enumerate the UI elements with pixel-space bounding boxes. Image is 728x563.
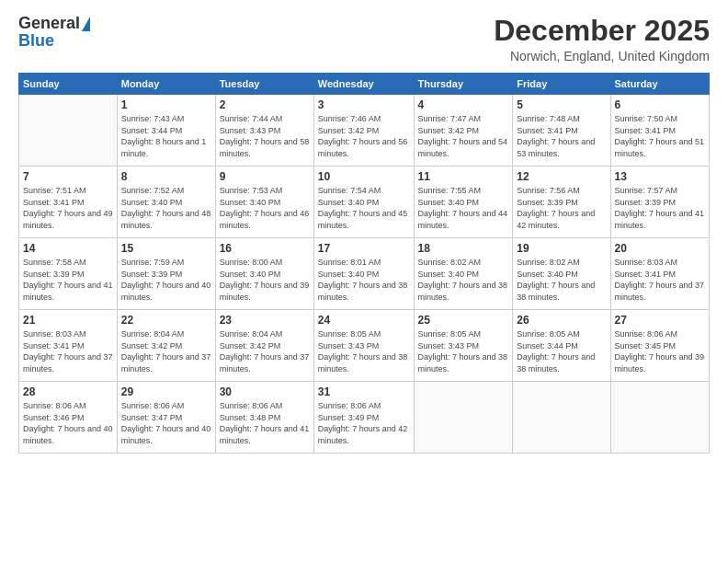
day-cell: 18Sunrise: 8:02 AMSunset: 3:40 PMDayligh… bbox=[414, 238, 513, 310]
day-header-friday: Friday bbox=[513, 74, 610, 95]
day-cell: 26Sunrise: 8:05 AMSunset: 3:44 PMDayligh… bbox=[513, 310, 610, 382]
day-detail: Sunrise: 8:03 AMSunset: 3:41 PMDaylight:… bbox=[23, 328, 113, 374]
week-row-3: 14Sunrise: 7:58 AMSunset: 3:39 PMDayligh… bbox=[19, 238, 710, 310]
day-cell: 22Sunrise: 8:04 AMSunset: 3:42 PMDayligh… bbox=[117, 310, 215, 382]
day-cell: 29Sunrise: 8:06 AMSunset: 3:47 PMDayligh… bbox=[117, 382, 215, 454]
day-header-sunday: Sunday bbox=[19, 74, 118, 95]
day-cell: 2Sunrise: 7:44 AMSunset: 3:43 PMDaylight… bbox=[215, 95, 313, 167]
day-number: 27 bbox=[615, 314, 705, 327]
day-number: 23 bbox=[220, 314, 310, 327]
day-number: 29 bbox=[121, 385, 211, 398]
day-detail: Sunrise: 8:06 AMSunset: 3:45 PMDaylight:… bbox=[615, 328, 705, 374]
day-cell: 8Sunrise: 7:52 AMSunset: 3:40 PMDaylight… bbox=[117, 167, 215, 238]
day-detail: Sunrise: 7:59 AMSunset: 3:39 PMDaylight:… bbox=[121, 257, 211, 303]
day-cell: 6Sunrise: 7:50 AMSunset: 3:41 PMDaylight… bbox=[610, 95, 709, 167]
week-row-5: 28Sunrise: 8:06 AMSunset: 3:46 PMDayligh… bbox=[19, 382, 710, 454]
day-number: 8 bbox=[121, 170, 211, 183]
day-cell: 19Sunrise: 8:02 AMSunset: 3:40 PMDayligh… bbox=[513, 238, 610, 310]
day-cell: 30Sunrise: 8:06 AMSunset: 3:48 PMDayligh… bbox=[215, 382, 313, 454]
day-detail: Sunrise: 7:46 AMSunset: 3:42 PMDaylight:… bbox=[318, 113, 410, 159]
day-detail: Sunrise: 8:04 AMSunset: 3:42 PMDaylight:… bbox=[121, 328, 211, 374]
day-number: 12 bbox=[517, 170, 606, 183]
day-cell: 24Sunrise: 8:05 AMSunset: 3:43 PMDayligh… bbox=[313, 310, 414, 382]
day-number: 13 bbox=[615, 170, 705, 183]
day-cell: 31Sunrise: 8:06 AMSunset: 3:49 PMDayligh… bbox=[313, 382, 414, 454]
day-detail: Sunrise: 7:58 AMSunset: 3:39 PMDaylight:… bbox=[23, 257, 113, 303]
day-number: 2 bbox=[220, 98, 310, 111]
day-header-saturday: Saturday bbox=[610, 74, 709, 95]
day-header-monday: Monday bbox=[117, 74, 215, 95]
day-cell bbox=[19, 95, 118, 167]
day-number: 7 bbox=[23, 170, 113, 183]
day-cell: 10Sunrise: 7:54 AMSunset: 3:40 PMDayligh… bbox=[313, 167, 414, 238]
day-number: 20 bbox=[615, 242, 705, 255]
day-detail: Sunrise: 7:55 AMSunset: 3:40 PMDaylight:… bbox=[418, 185, 509, 231]
day-cell: 17Sunrise: 8:01 AMSunset: 3:40 PMDayligh… bbox=[313, 238, 414, 310]
day-cell: 20Sunrise: 8:03 AMSunset: 3:41 PMDayligh… bbox=[610, 238, 709, 310]
day-number: 3 bbox=[318, 98, 410, 111]
title-area: December 2025 Norwich, England, United K… bbox=[494, 15, 710, 63]
day-number: 6 bbox=[615, 98, 705, 111]
day-detail: Sunrise: 7:52 AMSunset: 3:40 PMDaylight:… bbox=[121, 185, 211, 231]
day-number: 16 bbox=[220, 242, 310, 255]
week-row-1: 1Sunrise: 7:43 AMSunset: 3:44 PMDaylight… bbox=[19, 95, 710, 167]
day-number: 25 bbox=[418, 314, 509, 327]
day-cell: 13Sunrise: 7:57 AMSunset: 3:39 PMDayligh… bbox=[610, 167, 709, 238]
day-header-wednesday: Wednesday bbox=[313, 74, 414, 95]
day-detail: Sunrise: 7:56 AMSunset: 3:39 PMDaylight:… bbox=[517, 185, 606, 231]
day-cell: 11Sunrise: 7:55 AMSunset: 3:40 PMDayligh… bbox=[414, 167, 513, 238]
day-number: 18 bbox=[418, 242, 509, 255]
day-cell: 5Sunrise: 7:48 AMSunset: 3:41 PMDaylight… bbox=[513, 95, 610, 167]
day-number: 10 bbox=[318, 170, 410, 183]
day-number: 11 bbox=[418, 170, 509, 183]
day-detail: Sunrise: 8:05 AMSunset: 3:44 PMDaylight:… bbox=[517, 328, 606, 374]
month-title: December 2025 bbox=[494, 15, 710, 47]
day-cell: 15Sunrise: 7:59 AMSunset: 3:39 PMDayligh… bbox=[117, 238, 215, 310]
logo-blue-text: Blue bbox=[18, 31, 54, 51]
day-cell: 7Sunrise: 7:51 AMSunset: 3:41 PMDaylight… bbox=[19, 167, 118, 238]
day-detail: Sunrise: 7:50 AMSunset: 3:41 PMDaylight:… bbox=[615, 113, 705, 159]
day-cell bbox=[610, 382, 709, 454]
day-number: 15 bbox=[121, 242, 211, 255]
day-detail: Sunrise: 8:06 AMSunset: 3:49 PMDaylight:… bbox=[318, 400, 410, 446]
day-detail: Sunrise: 7:54 AMSunset: 3:40 PMDaylight:… bbox=[318, 185, 410, 231]
day-cell: 23Sunrise: 8:04 AMSunset: 3:42 PMDayligh… bbox=[215, 310, 313, 382]
day-cell: 9Sunrise: 7:53 AMSunset: 3:40 PMDaylight… bbox=[215, 167, 313, 238]
page: General Blue December 2025 Norwich, Engl… bbox=[0, 0, 728, 563]
day-number: 1 bbox=[121, 98, 211, 111]
day-cell: 1Sunrise: 7:43 AMSunset: 3:44 PMDaylight… bbox=[117, 95, 215, 167]
day-number: 17 bbox=[318, 242, 410, 255]
day-detail: Sunrise: 8:06 AMSunset: 3:48 PMDaylight:… bbox=[220, 400, 310, 446]
day-detail: Sunrise: 8:06 AMSunset: 3:46 PMDaylight:… bbox=[23, 400, 113, 446]
day-header-tuesday: Tuesday bbox=[215, 74, 313, 95]
days-header-row: SundayMondayTuesdayWednesdayThursdayFrid… bbox=[19, 74, 710, 95]
day-cell: 12Sunrise: 7:56 AMSunset: 3:39 PMDayligh… bbox=[513, 167, 610, 238]
day-number: 9 bbox=[220, 170, 310, 183]
day-number: 28 bbox=[23, 385, 113, 398]
day-detail: Sunrise: 8:02 AMSunset: 3:40 PMDaylight:… bbox=[517, 257, 606, 303]
day-cell: 28Sunrise: 8:06 AMSunset: 3:46 PMDayligh… bbox=[19, 382, 118, 454]
day-cell: 14Sunrise: 7:58 AMSunset: 3:39 PMDayligh… bbox=[19, 238, 118, 310]
week-row-4: 21Sunrise: 8:03 AMSunset: 3:41 PMDayligh… bbox=[19, 310, 710, 382]
logo-triangle-icon bbox=[82, 17, 90, 31]
day-cell bbox=[513, 382, 610, 454]
day-detail: Sunrise: 7:51 AMSunset: 3:41 PMDaylight:… bbox=[23, 185, 113, 231]
day-number: 24 bbox=[318, 314, 410, 327]
day-number: 26 bbox=[517, 314, 606, 327]
day-detail: Sunrise: 8:01 AMSunset: 3:40 PMDaylight:… bbox=[318, 257, 410, 303]
day-number: 22 bbox=[121, 314, 211, 327]
day-number: 30 bbox=[220, 385, 310, 398]
day-detail: Sunrise: 7:43 AMSunset: 3:44 PMDaylight:… bbox=[121, 113, 211, 159]
day-number: 5 bbox=[517, 98, 606, 111]
logo: General Blue bbox=[18, 15, 90, 51]
day-cell: 25Sunrise: 8:05 AMSunset: 3:43 PMDayligh… bbox=[414, 310, 513, 382]
day-detail: Sunrise: 8:02 AMSunset: 3:40 PMDaylight:… bbox=[418, 257, 509, 303]
day-cell: 16Sunrise: 8:00 AMSunset: 3:40 PMDayligh… bbox=[215, 238, 313, 310]
day-detail: Sunrise: 8:05 AMSunset: 3:43 PMDaylight:… bbox=[418, 328, 509, 374]
day-detail: Sunrise: 8:03 AMSunset: 3:41 PMDaylight:… bbox=[615, 257, 705, 303]
day-detail: Sunrise: 7:47 AMSunset: 3:42 PMDaylight:… bbox=[418, 113, 509, 159]
day-number: 21 bbox=[23, 314, 113, 327]
day-header-thursday: Thursday bbox=[414, 74, 513, 95]
day-detail: Sunrise: 7:48 AMSunset: 3:41 PMDaylight:… bbox=[517, 113, 606, 159]
day-detail: Sunrise: 8:05 AMSunset: 3:43 PMDaylight:… bbox=[318, 328, 410, 374]
